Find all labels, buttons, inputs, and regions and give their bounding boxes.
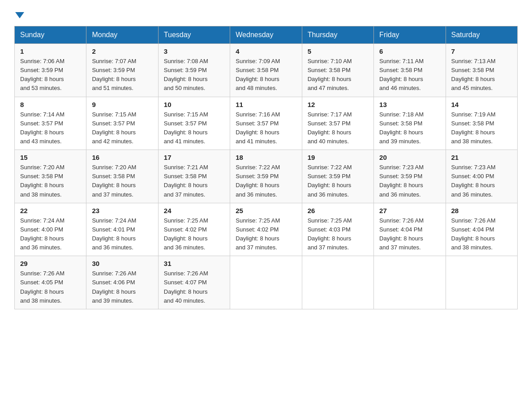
day-number: 18: [236, 154, 296, 161]
calendar-header: SundayMondayTuesdayWednesdayThursdayFrid…: [15, 26, 518, 44]
day-info: Sunrise: 7:25 AM Sunset: 4:02 PM Dayligh…: [164, 216, 224, 253]
logo: [14, 11, 25, 17]
day-info: Sunrise: 7:24 AM Sunset: 4:00 PM Dayligh…: [20, 216, 81, 253]
day-info: Sunrise: 7:23 AM Sunset: 3:59 PM Dayligh…: [379, 163, 440, 199]
calendar-day-cell: 13 Sunrise: 7:18 AM Sunset: 3:58 PM Dayl…: [374, 97, 446, 150]
sunset-label: Sunset: 3:58 PM: [164, 173, 207, 180]
sunrise-label: Sunrise: 7:14 AM: [20, 111, 64, 118]
calendar-day-cell: 11 Sunrise: 7:16 AM Sunset: 3:57 PM Dayl…: [230, 97, 302, 150]
calendar-day-cell: 15 Sunrise: 7:20 AM Sunset: 3:58 PM Dayl…: [15, 150, 86, 203]
day-info: Sunrise: 7:25 AM Sunset: 4:02 PM Dayligh…: [236, 216, 296, 253]
day-info: Sunrise: 7:20 AM Sunset: 3:58 PM Dayligh…: [92, 163, 152, 199]
calendar-day-cell: 17 Sunrise: 7:21 AM Sunset: 3:58 PM Dayl…: [158, 150, 230, 203]
sunrise-label: Sunrise: 7:20 AM: [92, 164, 136, 171]
sunrise-label: Sunrise: 7:26 AM: [20, 270, 64, 277]
sunset-label: Sunset: 3:58 PM: [451, 67, 494, 73]
day-of-week-header: Sunday: [15, 26, 86, 44]
sunrise-label: Sunrise: 7:23 AM: [451, 164, 496, 171]
sunset-label: Sunset: 4:04 PM: [379, 226, 422, 233]
sunrise-label: Sunrise: 7:19 AM: [451, 111, 496, 118]
calendar-day-cell: 20 Sunrise: 7:23 AM Sunset: 3:59 PM Dayl…: [374, 150, 446, 203]
day-number: 12: [308, 101, 368, 108]
day-number: 7: [451, 47, 512, 55]
sunset-label: Sunset: 3:57 PM: [236, 120, 279, 127]
daylight-label: Daylight: 8 hours and 37 minutes.: [92, 182, 136, 197]
day-number: 10: [164, 101, 224, 108]
daylight-label: Daylight: 8 hours and 37 minutes.: [164, 182, 208, 197]
day-number: 31: [164, 260, 224, 267]
sunset-label: Sunset: 3:59 PM: [92, 67, 135, 73]
calendar-day-cell: 29 Sunrise: 7:26 AM Sunset: 4:05 PM Dayl…: [15, 256, 86, 309]
logo-arrow-icon: [15, 12, 24, 18]
sunset-label: Sunset: 3:59 PM: [308, 173, 351, 180]
sunset-label: Sunset: 3:58 PM: [20, 173, 63, 180]
calendar-table: SundayMondayTuesdayWednesdayThursdayFrid…: [14, 26, 518, 309]
day-info: Sunrise: 7:15 AM Sunset: 3:57 PM Dayligh…: [164, 110, 224, 146]
day-info: Sunrise: 7:22 AM Sunset: 3:59 PM Dayligh…: [236, 163, 296, 199]
day-info: Sunrise: 7:10 AM Sunset: 3:58 PM Dayligh…: [308, 57, 368, 93]
calendar-day-cell: 12 Sunrise: 7:17 AM Sunset: 3:57 PM Dayl…: [302, 97, 373, 150]
sunrise-label: Sunrise: 7:13 AM: [451, 58, 496, 64]
sunrise-label: Sunrise: 7:17 AM: [308, 111, 352, 118]
sunset-label: Sunset: 4:05 PM: [20, 279, 63, 286]
daylight-label: Daylight: 8 hours and 38 minutes.: [20, 182, 64, 197]
sunset-label: Sunset: 3:59 PM: [236, 173, 279, 180]
sunset-label: Sunset: 3:58 PM: [236, 67, 279, 73]
calendar-day-cell: 21 Sunrise: 7:23 AM Sunset: 4:00 PM Dayl…: [446, 150, 517, 203]
calendar-day-cell: 25 Sunrise: 7:25 AM Sunset: 4:02 PM Dayl…: [230, 203, 302, 256]
day-info: Sunrise: 7:26 AM Sunset: 4:05 PM Dayligh…: [20, 269, 81, 305]
daylight-label: Daylight: 8 hours and 36 minutes.: [451, 182, 495, 197]
sunrise-label: Sunrise: 7:24 AM: [20, 217, 64, 224]
daylight-label: Daylight: 8 hours and 41 minutes.: [164, 129, 208, 145]
day-number: 5: [308, 47, 368, 55]
day-number: 11: [236, 101, 296, 108]
calendar-day-cell: 7 Sunrise: 7:13 AM Sunset: 3:58 PM Dayli…: [446, 44, 517, 97]
day-info: Sunrise: 7:22 AM Sunset: 3:59 PM Dayligh…: [308, 163, 368, 199]
sunset-label: Sunset: 3:58 PM: [379, 67, 422, 73]
day-number: 30: [92, 260, 152, 267]
day-number: 23: [92, 207, 152, 214]
day-number: 25: [236, 207, 296, 214]
sunrise-label: Sunrise: 7:23 AM: [379, 164, 424, 171]
day-of-week-header: Monday: [86, 26, 158, 44]
calendar-day-cell: 9 Sunrise: 7:15 AM Sunset: 3:57 PM Dayli…: [86, 97, 158, 150]
sunset-label: Sunset: 4:07 PM: [164, 279, 207, 286]
day-number: 3: [164, 47, 224, 55]
daylight-label: Daylight: 8 hours and 37 minutes.: [379, 235, 423, 251]
day-info: Sunrise: 7:26 AM Sunset: 4:04 PM Dayligh…: [451, 216, 512, 253]
day-number: 28: [451, 207, 512, 214]
calendar-day-cell: 27 Sunrise: 7:26 AM Sunset: 4:04 PM Dayl…: [374, 203, 446, 256]
sunset-label: Sunset: 4:06 PM: [92, 279, 135, 286]
sunset-label: Sunset: 3:59 PM: [20, 67, 63, 73]
daylight-label: Daylight: 8 hours and 38 minutes.: [20, 288, 64, 304]
day-number: 24: [164, 207, 224, 214]
sunrise-label: Sunrise: 7:26 AM: [379, 217, 424, 224]
daylight-label: Daylight: 8 hours and 36 minutes.: [20, 235, 64, 251]
calendar-day-cell: 3 Sunrise: 7:08 AM Sunset: 3:59 PM Dayli…: [158, 44, 230, 97]
day-info: Sunrise: 7:09 AM Sunset: 3:58 PM Dayligh…: [236, 57, 296, 93]
sunrise-label: Sunrise: 7:22 AM: [308, 164, 352, 171]
calendar-day-cell: 26 Sunrise: 7:25 AM Sunset: 4:03 PM Dayl…: [302, 203, 373, 256]
daylight-label: Daylight: 8 hours and 40 minutes.: [308, 129, 352, 145]
sunrise-label: Sunrise: 7:26 AM: [164, 270, 208, 277]
day-info: Sunrise: 7:26 AM Sunset: 4:06 PM Dayligh…: [92, 269, 152, 305]
calendar-day-cell: 14 Sunrise: 7:19 AM Sunset: 3:58 PM Dayl…: [446, 97, 517, 150]
calendar-day-cell: 30 Sunrise: 7:26 AM Sunset: 4:06 PM Dayl…: [86, 256, 158, 309]
sunrise-label: Sunrise: 7:15 AM: [92, 111, 136, 118]
sunset-label: Sunset: 3:58 PM: [308, 67, 351, 73]
calendar-week-row: 8 Sunrise: 7:14 AM Sunset: 3:57 PM Dayli…: [15, 97, 518, 150]
daylight-label: Daylight: 8 hours and 39 minutes.: [379, 129, 423, 145]
calendar-day-cell: [230, 256, 302, 309]
page-header: [14, 11, 518, 17]
sunrise-label: Sunrise: 7:08 AM: [164, 58, 208, 64]
day-info: Sunrise: 7:23 AM Sunset: 4:00 PM Dayligh…: [451, 163, 512, 199]
day-info: Sunrise: 7:26 AM Sunset: 4:07 PM Dayligh…: [164, 269, 224, 305]
daylight-label: Daylight: 8 hours and 50 minutes.: [164, 76, 208, 91]
sunrise-label: Sunrise: 7:16 AM: [236, 111, 280, 118]
daylight-label: Daylight: 8 hours and 46 minutes.: [379, 76, 423, 91]
calendar-day-cell: 31 Sunrise: 7:26 AM Sunset: 4:07 PM Dayl…: [158, 256, 230, 309]
sunrise-label: Sunrise: 7:25 AM: [308, 217, 352, 224]
sunset-label: Sunset: 3:57 PM: [92, 120, 135, 127]
day-number: 22: [20, 207, 81, 214]
day-number: 16: [92, 154, 152, 161]
